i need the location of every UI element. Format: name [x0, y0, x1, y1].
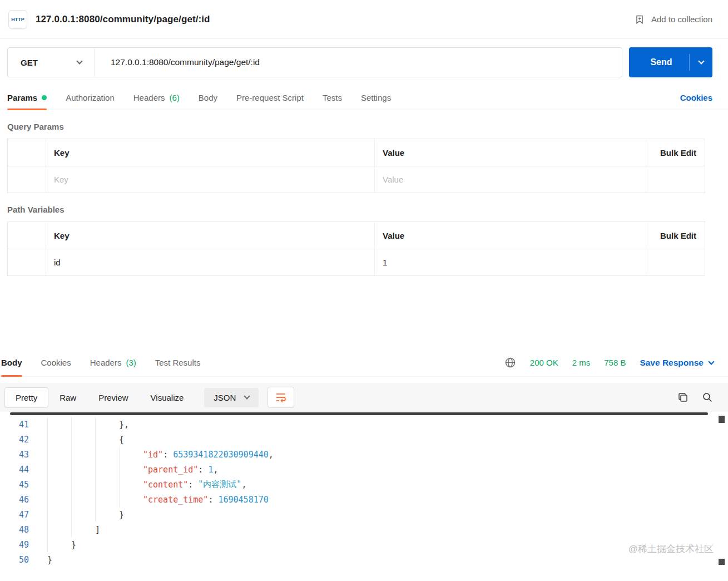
tab-headers[interactable]: Headers (6): [133, 85, 180, 110]
cookies-link[interactable]: Cookies: [680, 93, 712, 102]
code-line-content[interactable]: {: [47, 432, 124, 447]
indent-guide: [95, 492, 119, 507]
tab-settings[interactable]: Settings: [361, 85, 391, 110]
code-token-num: 6539341822030909440: [173, 450, 269, 460]
view-mode-raw[interactable]: Raw: [48, 387, 87, 408]
code-line-content[interactable]: }: [47, 507, 124, 522]
view-mode-pretty[interactable]: Pretty: [4, 387, 48, 408]
code-line-content[interactable]: ]: [47, 522, 100, 537]
indent-guide: [71, 462, 95, 477]
key-input[interactable]: id: [46, 249, 374, 275]
bulk-edit-button[interactable]: Bulk Edit: [646, 222, 705, 249]
view-mode-visualize[interactable]: Visualize: [140, 387, 195, 408]
collection-icon: [634, 14, 645, 25]
vertical-scrollbar[interactable]: [717, 412, 725, 568]
code-line-content[interactable]: "content": "内容测试",: [47, 477, 246, 492]
tab-params[interactable]: Params: [7, 85, 47, 110]
search-icon: [701, 391, 714, 403]
network-globe-icon[interactable]: [504, 357, 516, 368]
response-tab-cookies[interactable]: Cookies: [41, 349, 71, 376]
indent-guide: [47, 492, 71, 507]
url-input[interactable]: 127.0.0.1:8080/community/page/get/:id: [95, 57, 622, 67]
indent-guide: [119, 492, 143, 507]
response-tab-test-results[interactable]: Test Results: [155, 349, 201, 376]
indent-guide: [95, 417, 119, 432]
search-button[interactable]: [701, 391, 714, 403]
save-response-button[interactable]: Save Response: [640, 358, 714, 368]
code-token-key: "id": [143, 450, 163, 460]
code-token-key: "content": [143, 480, 188, 490]
code-line-content[interactable]: }: [47, 555, 52, 565]
line-number: 50: [0, 555, 29, 565]
vertical-scrollbar-thumb[interactable]: [719, 416, 725, 423]
code-token-punct: :: [188, 480, 198, 490]
code-token-punct: :: [198, 465, 208, 475]
add-to-collection-button[interactable]: Add to collection: [634, 14, 712, 25]
code-line: 50}: [0, 552, 728, 567]
chevron-down-icon: [708, 358, 714, 365]
tab-authorization[interactable]: Authorization: [66, 85, 115, 110]
value-column-header: Value: [374, 139, 646, 166]
table-header-row: Key Value Bulk Edit: [8, 139, 705, 166]
http-badge-label: HTTP: [11, 17, 24, 22]
code-line: 46"create_time": 1690458170: [0, 492, 728, 507]
code-line-content[interactable]: "id": 6539341822030909440,: [47, 447, 274, 462]
indent-guide: [47, 447, 71, 462]
indent-guide: [71, 417, 95, 432]
response-body-viewer: 41},42{43"id": 6539341822030909440,44"pa…: [0, 412, 728, 568]
value-input[interactable]: Value: [374, 166, 646, 193]
path-variables-title: Path Variables: [0, 193, 728, 221]
view-mode-preview[interactable]: Preview: [87, 387, 139, 408]
send-options-button[interactable]: [689, 54, 712, 71]
row-actions-cell: [646, 166, 705, 193]
code-line-content[interactable]: "create_time": 1690458170: [47, 492, 269, 507]
indent-guide: [47, 432, 71, 447]
language-dropdown[interactable]: JSON: [204, 388, 259, 407]
toolbar-right-actions: [677, 391, 714, 403]
row-select-cell: [8, 166, 46, 193]
code-line-content[interactable]: "parent_id": 1,: [47, 462, 218, 477]
indent-guide: [47, 522, 71, 537]
headers-count-badge: (6): [169, 93, 179, 102]
code-token-punct: ]: [95, 525, 100, 535]
response-tab-body[interactable]: Body: [1, 349, 22, 376]
code-token-num: 1: [208, 465, 213, 475]
select-column-header: [8, 139, 46, 166]
code-token-punct: ,: [269, 450, 274, 460]
tab-tests[interactable]: Tests: [323, 85, 342, 110]
code-token-punct: }: [47, 555, 52, 565]
code-line: 48]: [0, 522, 728, 537]
code-token-punct: ,: [213, 465, 218, 475]
status-badge[interactable]: 200 OK: [530, 358, 558, 367]
key-input[interactable]: Key: [46, 166, 374, 193]
response-size-badge[interactable]: 758 B: [604, 358, 626, 367]
wrap-text-icon: [275, 392, 287, 403]
code-token-punct: :: [163, 450, 173, 460]
wrap-lines-button[interactable]: [268, 387, 294, 408]
response-tab-body-label: Body: [1, 358, 22, 367]
bulk-edit-button[interactable]: Bulk Edit: [646, 139, 705, 166]
code-line-content[interactable]: },: [47, 417, 129, 432]
response-tab-headers[interactable]: Headers (3): [90, 349, 136, 376]
code-token-str: "内容测试": [198, 479, 241, 490]
query-params-table: Key Value Bulk Edit Key Value: [7, 139, 705, 193]
tab-prerequest-script[interactable]: Pre-request Script: [236, 85, 304, 110]
horizontal-scrollbar[interactable]: [10, 412, 708, 415]
chevron-down-icon: [76, 58, 82, 64]
line-number: 44: [0, 465, 29, 475]
method-dropdown[interactable]: GET: [8, 48, 95, 77]
select-column-header: [8, 222, 46, 249]
send-button[interactable]: Send: [629, 47, 712, 77]
indent-guide: [119, 477, 143, 492]
tab-body[interactable]: Body: [199, 85, 217, 110]
indent-guide: [95, 462, 119, 477]
value-input[interactable]: 1: [374, 249, 646, 275]
add-to-collection-label: Add to collection: [651, 14, 712, 24]
response-time-badge[interactable]: 2 ms: [572, 358, 591, 367]
code-token-punct: }: [119, 510, 124, 520]
copy-button[interactable]: [677, 391, 689, 403]
indent-guide: [119, 462, 143, 477]
line-number: 43: [0, 450, 29, 460]
code-line: 42{: [0, 432, 728, 447]
code-line-content[interactable]: }: [47, 537, 76, 552]
